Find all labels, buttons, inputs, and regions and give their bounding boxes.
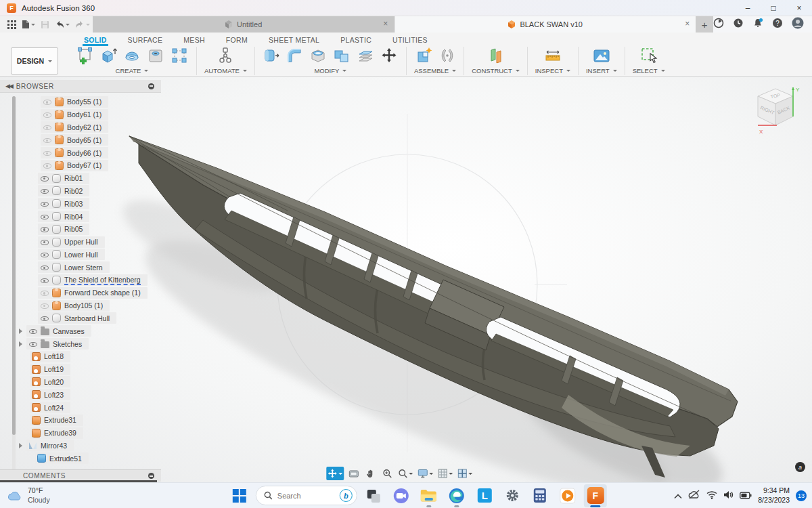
press-pull-icon[interactable]: [263, 46, 280, 68]
browser-item[interactable]: Lower Stern: [0, 261, 161, 274]
display-settings-icon[interactable]: [416, 467, 434, 480]
browser-item[interactable]: Body66 (1): [0, 146, 161, 159]
ribbon-tab-surface[interactable]: SURFACE: [127, 35, 164, 46]
browser-item[interactable]: Body105 (1): [0, 299, 161, 312]
new-component-icon[interactable]: [415, 46, 434, 68]
visibility-off-icon[interactable]: [43, 123, 51, 131]
visibility-on-icon[interactable]: [28, 326, 37, 335]
offset-face-icon[interactable]: [356, 46, 375, 68]
browser-folder-sketches[interactable]: Sketches: [0, 337, 161, 350]
ribbon-tab-mesh[interactable]: MESH: [182, 35, 206, 46]
browser-scrollbar[interactable]: [12, 96, 16, 475]
browser-item[interactable]: Rib01: [0, 172, 161, 185]
minimize-button[interactable]: –: [735, 0, 761, 16]
visibility-off-icon[interactable]: [43, 135, 51, 144]
expand-caret-icon[interactable]: [19, 443, 22, 448]
volume-icon[interactable]: [723, 490, 734, 502]
visibility-on-icon[interactable]: [40, 238, 49, 247]
browser-item[interactable]: Rib03: [0, 197, 161, 210]
task-view-button[interactable]: [362, 484, 385, 507]
new-tab-button[interactable]: +: [696, 16, 713, 33]
visibility-off-icon[interactable]: [43, 110, 51, 119]
tab-black-swan[interactable]: BLACK SWAN v10 ×: [394, 16, 696, 33]
design-workspace-button[interactable]: DESIGN: [11, 47, 58, 75]
ribbon-tab-sheet-metal[interactable]: SHEET METAL: [267, 35, 321, 46]
visibility-on-icon[interactable]: [40, 263, 49, 272]
joint-icon[interactable]: [438, 46, 456, 68]
ribbon-tab-form[interactable]: FORM: [225, 35, 249, 46]
panel-options-icon[interactable]: [148, 473, 154, 479]
browser-item[interactable]: Lower Hull: [0, 249, 161, 261]
pattern-icon[interactable]: [170, 46, 189, 68]
visibility-off-icon[interactable]: [40, 301, 49, 310]
settings-button[interactable]: [501, 484, 524, 507]
ribbon-tab-utilities[interactable]: UTILITIES: [391, 35, 429, 46]
file-explorer-button[interactable]: [418, 484, 441, 507]
save-icon[interactable]: [39, 18, 51, 31]
automate-icon[interactable]: [216, 46, 235, 68]
browser-item[interactable]: Rib02: [0, 185, 161, 198]
recent-activity-clock-icon[interactable]: [733, 18, 744, 31]
browser-feature[interactable]: Extrude31: [0, 414, 161, 427]
panel-options-icon[interactable]: [148, 83, 154, 89]
browser-folder-canvases[interactable]: Canvases: [0, 324, 161, 337]
file-menu-icon[interactable]: [20, 18, 37, 31]
maximize-button[interactable]: □: [761, 0, 786, 16]
browser-feature[interactable]: Loft20: [0, 376, 161, 389]
combine-icon[interactable]: [332, 46, 351, 68]
clock[interactable]: 9:34 PM 8/23/2023: [758, 486, 790, 505]
browser-feature[interactable]: Extrude39: [0, 427, 161, 440]
visibility-off-icon[interactable]: [43, 148, 51, 157]
browser-feature[interactable]: Extrude51: [0, 452, 161, 465]
browser-item[interactable]: Body67 (1): [0, 159, 161, 172]
grid-snaps-icon[interactable]: [436, 467, 454, 480]
create-sketch-icon[interactable]: [75, 46, 94, 68]
l-app-button[interactable]: L: [473, 484, 496, 507]
browser-item[interactable]: Body55 (1): [0, 96, 161, 108]
revolve-icon[interactable]: [122, 46, 141, 68]
browser-item[interactable]: Body61 (1): [0, 108, 161, 121]
scrollbar-thumb[interactable]: [12, 96, 16, 435]
battery-icon[interactable]: [740, 490, 752, 502]
3d-viewport[interactable]: ◀◀ BROWSER Body55 (1) Body61 (1) Body62 …: [0, 77, 812, 482]
browser-item[interactable]: Starboard Hull: [0, 312, 161, 325]
browser-item-renaming[interactable]: The Shield of Kittenberg: [0, 274, 161, 287]
browser-header[interactable]: ◀◀ BROWSER: [0, 80, 161, 93]
look-at-icon[interactable]: [346, 467, 361, 480]
redo-icon[interactable]: [73, 18, 92, 31]
browser-item[interactable]: Upper Hull: [0, 236, 161, 249]
view-cube[interactable]: TOP RIGHT BACK X Y: [750, 83, 803, 142]
ribbon-tab-plastic[interactable]: PLASTIC: [339, 35, 373, 46]
close-button[interactable]: ×: [786, 0, 812, 16]
browser-item[interactable]: Body62 (1): [0, 121, 161, 134]
help-icon[interactable]: ?: [772, 18, 783, 31]
viewports-icon[interactable]: [456, 467, 474, 480]
browser-item[interactable]: Rib04: [0, 210, 161, 223]
visibility-on-icon[interactable]: [40, 225, 49, 234]
browser-item[interactable]: Forward Deck shape (1): [0, 287, 161, 299]
browser-feature[interactable]: Loft23: [0, 388, 161, 401]
shell-icon[interactable]: [309, 46, 328, 68]
visibility-on-icon[interactable]: [40, 314, 49, 322]
edge-browser-button[interactable]: [445, 484, 468, 507]
fit-icon[interactable]: [397, 467, 414, 480]
construction-plane-icon[interactable]: [486, 46, 505, 68]
move-icon[interactable]: [380, 46, 399, 68]
expand-caret-icon[interactable]: [19, 341, 22, 347]
visibility-on-icon[interactable]: [40, 276, 49, 284]
tray-chevron-icon[interactable]: [674, 490, 682, 502]
visibility-on-icon[interactable]: [40, 212, 49, 221]
job-status-icon[interactable]: [713, 18, 724, 31]
visibility-off-icon[interactable]: [43, 161, 51, 170]
browser-item[interactable]: Body65 (1): [0, 133, 161, 146]
tab-untitled[interactable]: Untitled ×: [93, 16, 394, 33]
browser-feature[interactable]: Loft24: [0, 401, 161, 414]
close-tab-icon[interactable]: ×: [685, 19, 690, 28]
orbit-tool-button[interactable]: [326, 467, 344, 480]
browser-feature[interactable]: Loft19: [0, 363, 161, 376]
calculator-button[interactable]: [528, 484, 551, 507]
hole-icon[interactable]: [146, 46, 165, 68]
browser-item[interactable]: Rib05: [0, 223, 161, 236]
visibility-on-icon[interactable]: [40, 174, 49, 183]
taskbar-search[interactable]: b: [256, 486, 357, 505]
